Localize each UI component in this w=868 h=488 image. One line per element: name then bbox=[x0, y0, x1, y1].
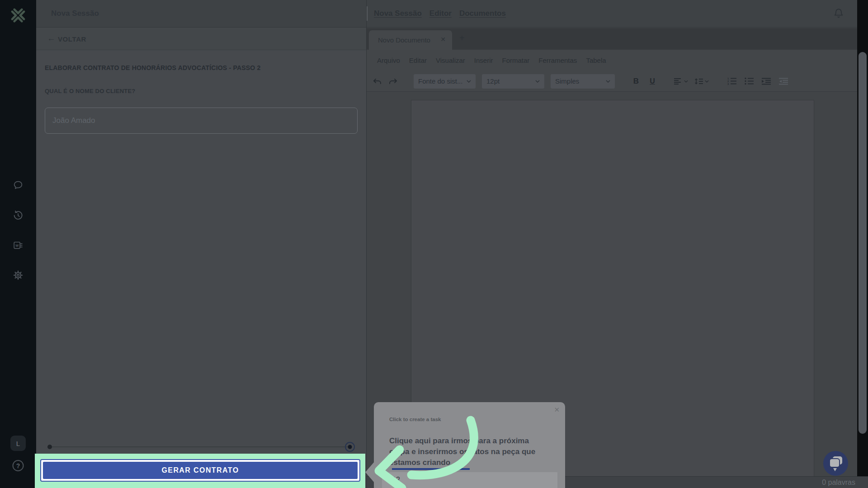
top-nav: Nova Sessão Editor Documentos bbox=[374, 9, 506, 18]
user-avatar[interactable]: L bbox=[10, 436, 26, 451]
nav-link-documentos[interactable]: Documentos bbox=[459, 9, 506, 18]
word-count: 0 palavras bbox=[822, 479, 855, 487]
step-progress-track bbox=[51, 446, 350, 447]
icon-sidebar: W L ? bbox=[0, 0, 36, 488]
tooltip-progress-bar bbox=[392, 468, 470, 470]
chevron-down-icon bbox=[684, 80, 688, 83]
svg-text:3: 3 bbox=[727, 83, 729, 85]
line-height-select[interactable] bbox=[694, 78, 709, 85]
back-row[interactable]: ← VOLTAR bbox=[36, 28, 366, 50]
bold-button[interactable]: B bbox=[629, 75, 643, 88]
editor-top-header: Nova Sessão Editor Documentos bbox=[367, 0, 868, 28]
underline-button[interactable]: U bbox=[646, 75, 659, 88]
help-icon[interactable]: ? bbox=[13, 460, 24, 471]
tooltip-message: Clique aqui para irmos para a próxima et… bbox=[389, 436, 538, 468]
document-tab-label: Novo Documento bbox=[378, 36, 430, 44]
settings-gear-icon[interactable] bbox=[12, 269, 24, 281]
tooltip-close-icon[interactable]: ✕ bbox=[554, 406, 560, 414]
menu-inserir[interactable]: Inserir bbox=[474, 56, 493, 64]
word-document-icon[interactable]: W bbox=[13, 239, 24, 251]
nav-link-editor[interactable]: Editor bbox=[429, 9, 452, 18]
menu-visualizar[interactable]: Visualizar bbox=[436, 56, 465, 64]
menu-ferramentas[interactable]: Ferramentas bbox=[538, 56, 577, 64]
tooltip-kicker: Click to create a task bbox=[389, 417, 441, 422]
notifications-bell-icon[interactable] bbox=[833, 7, 844, 20]
question-label: QUAL É O NOME DO CLIENTE? bbox=[45, 88, 136, 94]
tooltip-step-counter: 12 bbox=[392, 476, 400, 484]
chevron-down-icon bbox=[705, 80, 709, 83]
block-style-value: Simples bbox=[555, 77, 579, 85]
tutorial-tooltip: ✕ Click to create a task Clique aqui par… bbox=[374, 402, 565, 488]
align-select[interactable] bbox=[674, 78, 688, 85]
support-chat-launcher[interactable] bbox=[823, 451, 848, 476]
tooltip-beak bbox=[365, 462, 374, 483]
client-name-input[interactable] bbox=[45, 108, 358, 134]
outdent-icon[interactable] bbox=[777, 75, 790, 88]
document-tab[interactable]: Novo Documento ✕ bbox=[369, 30, 452, 50]
generate-contract-button[interactable]: GERAR CONTRATO bbox=[43, 462, 358, 479]
line-height-icon bbox=[694, 78, 703, 85]
tooltip-step-row[interactable]: 12 bbox=[382, 472, 557, 488]
scrollbar-track[interactable] bbox=[857, 0, 868, 476]
font-size-select[interactable]: 12pt bbox=[482, 74, 544, 89]
bullet-list-icon[interactable] bbox=[742, 75, 756, 88]
back-arrow-icon[interactable]: ← bbox=[47, 33, 56, 43]
chevron-down-icon bbox=[535, 80, 540, 83]
session-panel: Nova Sessão ← VOLTAR ELABORAR CONTRATO D… bbox=[36, 0, 366, 488]
indent-icon[interactable] bbox=[760, 75, 773, 88]
font-family-value: Fonte do sist... bbox=[418, 77, 462, 85]
redo-icon[interactable] bbox=[387, 75, 400, 88]
app-window: W L ? Nova Sessão ← VOLTAR bbox=[0, 0, 868, 488]
chevron-down-icon bbox=[606, 80, 610, 83]
font-size-value: 12pt bbox=[486, 77, 500, 85]
step-heading: ELABORAR CONTRATO DE HONORÁRIOS ADVOCATÍ… bbox=[45, 64, 325, 71]
menu-editar[interactable]: Editar bbox=[409, 56, 427, 64]
scrollbar-thumb[interactable] bbox=[859, 52, 867, 434]
step-progress-current-radio[interactable] bbox=[345, 442, 355, 452]
svg-text:W: W bbox=[15, 244, 19, 248]
back-button[interactable]: VOLTAR bbox=[58, 35, 86, 43]
align-left-icon bbox=[674, 78, 683, 85]
tab-close-icon[interactable]: ✕ bbox=[440, 36, 446, 43]
generate-button-frame: GERAR CONTRATO bbox=[40, 459, 360, 482]
history-icon[interactable] bbox=[12, 210, 24, 221]
chevron-down-icon bbox=[467, 80, 471, 83]
block-style-select[interactable]: Simples bbox=[551, 74, 615, 89]
brand-logo-icon bbox=[9, 7, 27, 24]
menu-arquivo[interactable]: Arquivo bbox=[377, 56, 400, 64]
session-title: Nova Sessão bbox=[51, 9, 99, 18]
font-family-select[interactable]: Fonte do sist... bbox=[414, 74, 476, 89]
menu-formatar[interactable]: Formatar bbox=[502, 56, 530, 64]
editor-toolbar: Fonte do sist... 12pt Simples B U bbox=[367, 71, 868, 92]
tutorial-highlight-box: GERAR CONTRATO bbox=[35, 454, 365, 488]
undo-icon[interactable] bbox=[370, 75, 384, 88]
nav-link-nova-sessao[interactable]: Nova Sessão bbox=[374, 9, 422, 18]
editor-menubar: Arquivo Editar Visualizar Inserir Format… bbox=[367, 50, 868, 71]
numbered-list-icon[interactable]: 123 bbox=[725, 75, 739, 88]
chat-icon[interactable] bbox=[13, 179, 24, 191]
menu-tabela[interactable]: Tabela bbox=[586, 56, 606, 64]
editor-tab-row: Novo Documento ✕ + bbox=[367, 28, 868, 50]
step-progress-start-dot bbox=[47, 445, 52, 449]
header-divider bbox=[367, 6, 368, 21]
tab-add-icon[interactable]: + bbox=[459, 33, 465, 43]
session-header: Nova Sessão bbox=[36, 0, 366, 28]
